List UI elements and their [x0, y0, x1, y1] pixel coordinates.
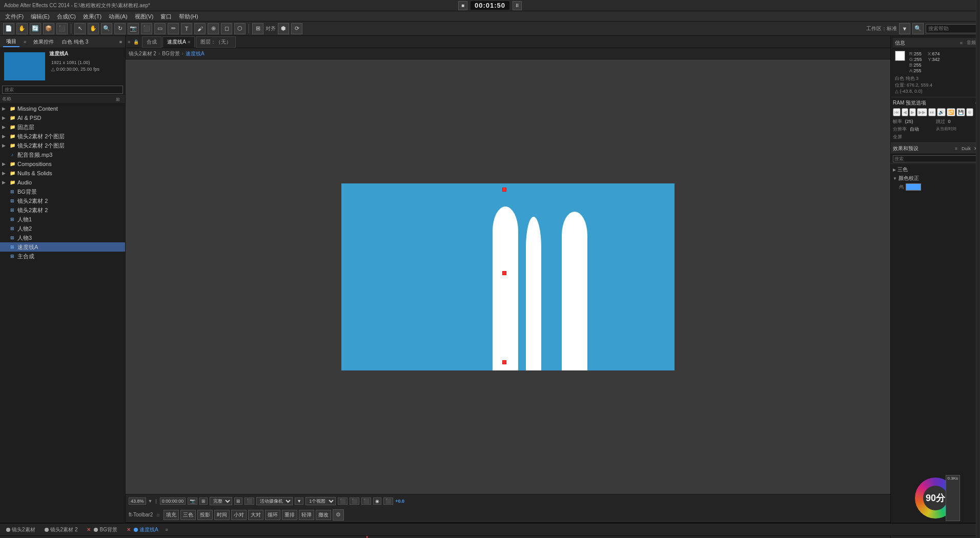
menu-compose[interactable]: 合成(C): [54, 11, 79, 22]
bc-icons-row4[interactable]: ◉: [373, 498, 381, 505]
prev-save[interactable]: 💾: [956, 108, 965, 116]
color-correction-expand-arrow[interactable]: ▼: [893, 176, 897, 181]
project-search-input[interactable]: [2, 86, 123, 94]
tool-puppet[interactable]: ⬡: [234, 23, 246, 34]
tool-rect[interactable]: ▭: [154, 23, 166, 34]
menu-window[interactable]: 窗口: [157, 11, 175, 22]
tl-close-bg[interactable]: ✕: [87, 527, 91, 532]
menu-view[interactable]: 视图(V): [132, 11, 157, 22]
menu-animation[interactable]: 动画(A): [106, 11, 131, 22]
search-icon[interactable]: 🔍: [912, 23, 924, 34]
tree-item-missing-content[interactable]: ▶ 📁 Missing Content: [0, 104, 125, 113]
tree-item-nulls[interactable]: ▶ 📁 Nulls & Solids: [0, 169, 125, 178]
tree-item-comps[interactable]: ▶ 📁 Compositions: [0, 159, 125, 169]
snapshot-btn[interactable]: 📷: [188, 498, 197, 505]
tool-new[interactable]: 📄: [3, 23, 14, 34]
grid-btn[interactable]: ⊞: [199, 498, 208, 505]
tab-composition[interactable]: 合成: [142, 36, 161, 48]
tl-tab-shot1[interactable]: 镜头2素材: [2, 525, 39, 535]
ft-undo[interactable]: 撤改: [316, 510, 331, 520]
view-select[interactable]: 1个视图: [305, 497, 336, 505]
ft-bounce[interactable]: 轻弹: [299, 510, 314, 520]
path-item-2[interactable]: 速度线A: [186, 50, 205, 57]
ft-shadow[interactable]: 投影: [197, 510, 213, 520]
prev-loop[interactable]: 🔁: [947, 108, 955, 116]
tool-zoom[interactable]: 🔍: [101, 23, 112, 34]
project-menu-btn[interactable]: ≡: [119, 39, 122, 45]
tab-project[interactable]: 项目: [3, 37, 19, 47]
timecode-display[interactable]: 0:00:00:00: [160, 498, 186, 505]
color-picker-swatch[interactable]: [906, 183, 921, 191]
info-menu[interactable]: ≡: [960, 40, 963, 46]
stop-button[interactable]: ■: [458, 1, 467, 10]
tool-select[interactable]: ↖: [74, 23, 86, 34]
tricolor-expand-arrow[interactable]: ▶: [893, 168, 896, 172]
ft-tricolor[interactable]: 三色: [180, 510, 196, 520]
tool-save[interactable]: 🔄: [30, 23, 41, 34]
camera-select[interactable]: 活动摄像机: [256, 497, 293, 505]
tool-align[interactable]: ⊞: [252, 23, 263, 34]
tool-camera[interactable]: 📷: [128, 23, 139, 34]
bc-icons-row[interactable]: ⬛: [338, 498, 348, 505]
tl-tab-shot2[interactable]: 镜头2素材 2: [40, 525, 82, 535]
tree-item-speed-line[interactable]: ⊞ 速度线A: [0, 242, 125, 252]
tool-preview[interactable]: ⬛: [56, 23, 68, 34]
pause-button[interactable]: ⏸: [513, 1, 522, 10]
tree-item-shot2c[interactable]: ⊞ 镜头2素材 2: [0, 196, 125, 205]
tl-tabs-menu[interactable]: ≡: [166, 527, 168, 532]
tool-rotate[interactable]: ↻: [114, 23, 126, 34]
ft-large-align[interactable]: 大对: [248, 510, 263, 520]
tree-item-shot2d[interactable]: ⊞ 镜头2素材 2: [0, 205, 125, 215]
bc-icons-row5[interactable]: ⬛: [383, 498, 393, 505]
ft-loop[interactable]: 循环: [265, 510, 280, 520]
ft-settings-icon[interactable]: ⚙: [333, 509, 344, 521]
tool-pen[interactable]: ✏: [168, 23, 179, 34]
bc-extra2[interactable]: ⬛: [244, 498, 254, 505]
menu-edit[interactable]: 编辑(E): [28, 11, 53, 22]
tool-clone[interactable]: ⊕: [208, 23, 219, 34]
tree-item-bg[interactable]: ⊞ BG背景: [0, 187, 125, 196]
effects-menu[interactable]: ≡: [955, 146, 957, 151]
zoom-display[interactable]: 43.8%: [129, 498, 146, 505]
tab-layer[interactable]: 图层：（无）: [196, 36, 236, 48]
tab-effect-controls[interactable]: 效果控件: [30, 37, 57, 47]
bc-icons-row3[interactable]: ⬛: [361, 498, 371, 505]
tool-brush[interactable]: 🖌: [194, 23, 206, 34]
ft-reorder[interactable]: 重排: [282, 510, 297, 520]
tree-item-char2[interactable]: ⊞ 人物2: [0, 224, 125, 233]
tree-item-audio[interactable]: ♪ 配音音频.mp3: [0, 150, 125, 159]
tree-item-char1[interactable]: ⊞ 人物1: [0, 215, 125, 224]
prev-play[interactable]: ▶: [909, 108, 916, 116]
path-item-1[interactable]: BG背景: [162, 50, 179, 57]
tree-item-solid[interactable]: ▶ 📁 固态层: [0, 122, 125, 132]
search-input[interactable]: [926, 24, 977, 33]
tl-tab-speed[interactable]: ✕ 速度线A: [122, 525, 162, 535]
prev-fwd[interactable]: ▶▶: [917, 108, 927, 116]
tool-extra2[interactable]: ⟳: [291, 23, 302, 34]
prev-first[interactable]: ⏮: [893, 108, 901, 116]
menu-effects[interactable]: 效果(T): [80, 11, 105, 22]
ft-time[interactable]: 时间: [214, 510, 230, 520]
tree-item-shot2-b[interactable]: ▶ 📁 镜头2素材 2个图层: [0, 141, 125, 150]
bc-icons-row2[interactable]: ⬛: [350, 498, 359, 505]
ft-small-align[interactable]: 小对: [231, 510, 247, 520]
prev-rec[interactable]: ⊕: [966, 108, 973, 116]
ft-fill[interactable]: 填充: [164, 510, 179, 520]
tree-item-main-comp[interactable]: ⊞ 主合成: [0, 252, 125, 261]
mode-select[interactable]: 完整: [210, 497, 232, 505]
tree-item-char3[interactable]: ⊞ 人物3: [0, 233, 125, 242]
menu-help[interactable]: 帮助(H): [176, 11, 201, 22]
tab-color[interactable]: 白色 纯色 3: [59, 37, 91, 47]
effects-search-input[interactable]: [893, 155, 978, 162]
prev-back[interactable]: ◀: [902, 108, 908, 116]
tab-speed-line[interactable]: 速度线A ≡: [162, 36, 195, 48]
tree-item-shot2-a[interactable]: ▶ 📁 镜头2素材 2个图层: [0, 132, 125, 141]
workspace-dropdown[interactable]: ▼: [899, 23, 910, 34]
tool-pan[interactable]: ⬛: [141, 23, 152, 34]
tool-open[interactable]: ✋: [16, 23, 28, 34]
tab-close-speed[interactable]: ≡: [188, 39, 190, 45]
tool-extra[interactable]: ⬢: [278, 23, 289, 34]
menu-file[interactable]: 文件(F): [2, 11, 27, 22]
tool-text[interactable]: T: [181, 23, 192, 34]
prev-audio[interactable]: 🔊: [937, 108, 946, 116]
